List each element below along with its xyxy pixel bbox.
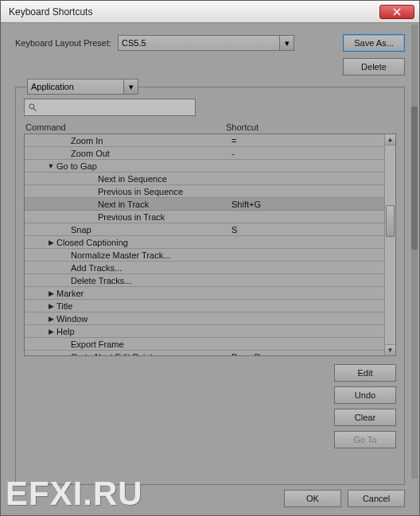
delete-button[interactable]: Delete bbox=[343, 58, 405, 76]
command-cell: Title bbox=[56, 301, 230, 311]
table-row[interactable]: ▶Help bbox=[25, 325, 384, 338]
scroll-down-button[interactable]: ▼ bbox=[385, 344, 395, 355]
command-cell: Next in Track bbox=[98, 200, 230, 209]
table-row[interactable]: ▶Title bbox=[25, 300, 384, 312]
expand-closed-icon[interactable]: ▶ bbox=[45, 315, 56, 323]
table-row[interactable]: Next in TrackShift+G bbox=[25, 198, 384, 211]
command-cell: Previous in Sequence bbox=[98, 187, 230, 196]
scope-value: Application bbox=[31, 82, 74, 91]
command-cell: Window bbox=[56, 314, 230, 324]
header-command: Command bbox=[25, 122, 226, 132]
command-cell: Go to Next Edit Point bbox=[71, 352, 230, 356]
table-row[interactable]: Delete Tracks... bbox=[25, 274, 384, 287]
close-icon bbox=[393, 8, 401, 16]
vertical-scrollbar[interactable]: ▲ ▼ bbox=[384, 134, 395, 355]
shortcut-cell: = bbox=[230, 136, 384, 145]
command-cell: Previous in Track bbox=[98, 212, 230, 222]
dialog-window: Keyboard Shortcuts Keyboard Layout Prese… bbox=[0, 0, 420, 516]
table-row[interactable]: Normalize Master Track... bbox=[25, 249, 384, 262]
scope-select[interactable]: Application ▾ bbox=[27, 79, 138, 95]
preset-label: Keyboard Layout Preset: bbox=[15, 38, 111, 48]
table-row[interactable]: Add Tracks... bbox=[25, 262, 384, 274]
clear-button[interactable]: Clear bbox=[334, 409, 396, 426]
expand-open-icon[interactable]: ▼ bbox=[45, 162, 56, 170]
preset-select[interactable]: CS5.5 ▾ bbox=[118, 35, 294, 51]
cancel-button[interactable]: Cancel bbox=[348, 490, 405, 507]
command-cell: Go to Gap bbox=[56, 161, 230, 171]
table-row[interactable]: ▶Window bbox=[25, 312, 384, 325]
svg-line-3 bbox=[34, 109, 37, 111]
shortcut-cell: Page Down bbox=[230, 352, 384, 356]
table-row[interactable]: ▼Go to Gap bbox=[25, 160, 384, 173]
table-row[interactable]: Zoom Out- bbox=[25, 147, 384, 160]
titlebar: Keyboard Shortcuts bbox=[1, 1, 419, 23]
table-row[interactable]: SnapS bbox=[25, 223, 384, 236]
svg-point-2 bbox=[29, 104, 34, 109]
shortcut-cell: - bbox=[230, 149, 384, 158]
dialog-body: Keyboard Layout Preset: CS5.5 ▾ Save As.… bbox=[1, 23, 419, 515]
table-row[interactable]: ▶Closed Captioning bbox=[25, 236, 384, 249]
command-cell: Export Frame bbox=[71, 339, 230, 349]
table-row[interactable]: Previous in Sequence bbox=[25, 185, 384, 198]
header-shortcut: Shortcut bbox=[226, 122, 385, 132]
expand-closed-icon[interactable]: ▶ bbox=[45, 328, 56, 336]
command-cell: Normalize Master Track... bbox=[71, 250, 230, 260]
command-cell: Snap bbox=[71, 225, 230, 235]
expand-closed-icon[interactable]: ▶ bbox=[45, 289, 56, 297]
shortcut-table: Zoom In=Zoom Out-▼Go to GapNext in Seque… bbox=[24, 134, 396, 356]
table-row[interactable]: Export Frame bbox=[25, 338, 384, 351]
shortcut-cell: Shift+G bbox=[230, 200, 384, 209]
save-as-button[interactable]: Save As... bbox=[343, 34, 405, 52]
scroll-up-button[interactable]: ▲ bbox=[385, 134, 395, 145]
undo-button[interactable]: Undo bbox=[334, 386, 396, 404]
action-column: Edit Undo Clear Go To bbox=[24, 364, 396, 448]
command-cell: Help bbox=[56, 327, 230, 336]
table-row[interactable]: ▶Marker bbox=[25, 287, 384, 300]
window-scroll-thumb[interactable] bbox=[411, 107, 418, 250]
dialog-footer: OK Cancel bbox=[15, 485, 405, 507]
table-row[interactable]: Go to Next Edit PointPage Down bbox=[25, 351, 384, 355]
search-input[interactable] bbox=[24, 99, 196, 116]
expand-closed-icon[interactable]: ▶ bbox=[45, 239, 56, 246]
scroll-track[interactable] bbox=[385, 145, 395, 344]
shortcuts-frame: Application ▾ Command Shortcut Zoom In=Z… bbox=[15, 87, 405, 485]
table-row[interactable]: Next in Sequence bbox=[25, 173, 384, 185]
command-cell: Zoom In bbox=[71, 136, 230, 145]
shortcut-cell: S bbox=[230, 225, 384, 235]
table-row[interactable]: Previous in Track bbox=[25, 211, 384, 223]
preset-value: CS5.5 bbox=[122, 38, 146, 48]
chevron-down-icon: ▾ bbox=[279, 36, 294, 50]
goto-button[interactable]: Go To bbox=[334, 431, 396, 448]
search-icon bbox=[28, 103, 37, 112]
command-cell: Delete Tracks... bbox=[71, 276, 230, 285]
window-scrollbar[interactable] bbox=[411, 25, 418, 479]
preset-row: Keyboard Layout Preset: CS5.5 ▾ Save As.… bbox=[15, 34, 405, 52]
command-cell: Next in Sequence bbox=[98, 174, 230, 184]
table-headers: Command Shortcut bbox=[24, 122, 396, 132]
window-title: Keyboard Shortcuts bbox=[9, 6, 379, 17]
edit-button[interactable]: Edit bbox=[334, 364, 396, 382]
command-cell: Closed Captioning bbox=[56, 238, 230, 247]
command-cell: Marker bbox=[56, 289, 230, 298]
expand-closed-icon[interactable]: ▶ bbox=[45, 302, 56, 310]
scroll-thumb[interactable] bbox=[386, 205, 395, 237]
command-cell: Add Tracks... bbox=[71, 263, 230, 273]
close-button[interactable] bbox=[379, 5, 414, 19]
command-cell: Zoom Out bbox=[71, 149, 230, 158]
ok-button[interactable]: OK bbox=[284, 490, 341, 507]
chevron-down-icon: ▾ bbox=[123, 80, 138, 94]
table-row[interactable]: Zoom In= bbox=[25, 134, 384, 147]
table-body: Zoom In=Zoom Out-▼Go to GapNext in Seque… bbox=[25, 134, 384, 355]
